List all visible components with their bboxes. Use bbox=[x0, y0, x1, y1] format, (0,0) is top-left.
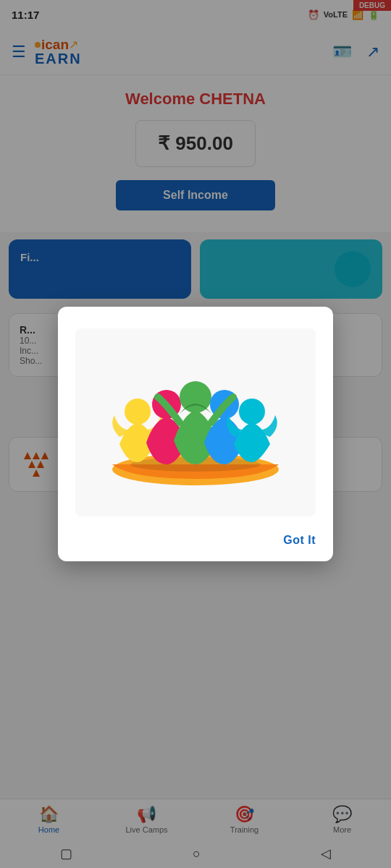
got-it-button[interactable]: Got It bbox=[283, 534, 316, 547]
svg-point-2 bbox=[125, 399, 151, 425]
dialog-image bbox=[75, 328, 316, 516]
dialog: Got It bbox=[58, 307, 333, 561]
dialog-actions: Got It bbox=[75, 528, 316, 547]
svg-point-4 bbox=[180, 381, 211, 413]
svg-point-6 bbox=[239, 399, 265, 425]
people-illustration bbox=[94, 357, 297, 488]
